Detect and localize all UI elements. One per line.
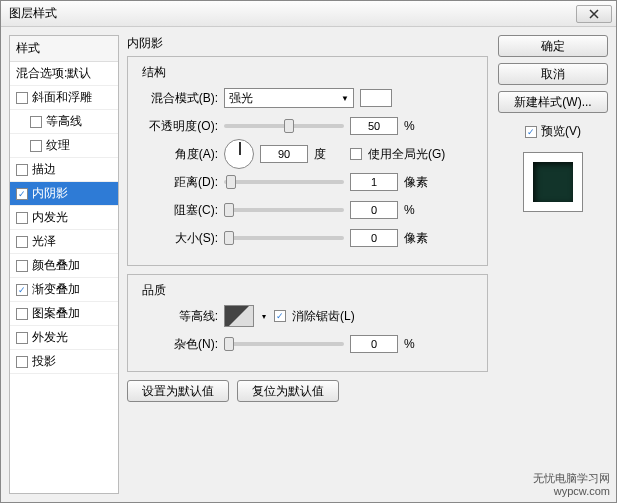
sidebar-checkbox[interactable] — [16, 332, 28, 344]
blend-mode-combo[interactable]: 强光 ▼ — [224, 88, 354, 108]
choke-input[interactable]: 0 — [350, 201, 398, 219]
color-swatch[interactable] — [360, 89, 392, 107]
make-default-button[interactable]: 设置为默认值 — [127, 380, 229, 402]
sidebar-item-6[interactable]: 光泽 — [10, 230, 118, 254]
quality-legend: 品质 — [138, 282, 170, 299]
sidebar-blend-defaults[interactable]: 混合选项:默认 — [10, 62, 118, 86]
structure-group: 结构 混合模式(B): 强光 ▼ 不透明度(O): 50 % — [127, 56, 488, 266]
sidebar-item-7[interactable]: 颜色叠加 — [10, 254, 118, 278]
sidebar-item-label: 光泽 — [32, 233, 56, 250]
sidebar-item-4[interactable]: 内阴影 — [10, 182, 118, 206]
close-button[interactable] — [576, 5, 612, 23]
sidebar-item-label: 外发光 — [32, 329, 68, 346]
settings-panel: 内阴影 结构 混合模式(B): 强光 ▼ 不透明度(O): — [127, 35, 488, 494]
angle-unit: 度 — [314, 146, 344, 163]
structure-legend: 结构 — [138, 64, 170, 81]
sidebar-item-2[interactable]: 纹理 — [10, 134, 118, 158]
sidebar-item-5[interactable]: 内发光 — [10, 206, 118, 230]
sidebar-checkbox[interactable] — [16, 284, 28, 296]
opacity-label: 不透明度(O): — [138, 118, 218, 135]
distance-input[interactable]: 1 — [350, 173, 398, 191]
window-title: 图层样式 — [5, 5, 576, 22]
sidebar-item-label: 投影 — [32, 353, 56, 370]
choke-label: 阻塞(C): — [138, 202, 218, 219]
sidebar-item-label: 斜面和浮雕 — [32, 89, 92, 106]
noise-slider[interactable] — [224, 342, 344, 346]
chevron-down-icon[interactable]: ▾ — [260, 312, 268, 321]
preview-checkbox[interactable] — [525, 126, 537, 138]
sidebar-item-label: 内发光 — [32, 209, 68, 226]
antialias-checkbox[interactable] — [274, 310, 286, 322]
panel-title: 内阴影 — [127, 35, 488, 52]
sidebar-item-label: 等高线 — [46, 113, 82, 130]
new-style-button[interactable]: 新建样式(W)... — [498, 91, 608, 113]
quality-group: 品质 等高线: ▾ 消除锯齿(L) 杂色(N): 0 % — [127, 274, 488, 372]
titlebar: 图层样式 — [1, 1, 616, 27]
chevron-down-icon: ▼ — [341, 94, 349, 103]
size-slider[interactable] — [224, 236, 344, 240]
sidebar-checkbox[interactable] — [16, 212, 28, 224]
ok-button[interactable]: 确定 — [498, 35, 608, 57]
opacity-unit: % — [404, 119, 434, 133]
sidebar-item-label: 描边 — [32, 161, 56, 178]
size-label: 大小(S): — [138, 230, 218, 247]
sidebar-header: 样式 — [10, 36, 118, 62]
styles-sidebar: 样式 混合选项:默认 斜面和浮雕等高线纹理描边内阴影内发光光泽颜色叠加渐变叠加图… — [9, 35, 119, 494]
reset-default-button[interactable]: 复位为默认值 — [237, 380, 339, 402]
noise-label: 杂色(N): — [138, 336, 218, 353]
distance-unit: 像素 — [404, 174, 434, 191]
sidebar-checkbox[interactable] — [16, 260, 28, 272]
watermark: 无忧电脑学习网 wypcw.com — [533, 472, 610, 498]
distance-slider[interactable] — [224, 180, 344, 184]
size-unit: 像素 — [404, 230, 434, 247]
sidebar-checkbox[interactable] — [30, 140, 42, 152]
cancel-button[interactable]: 取消 — [498, 63, 608, 85]
contour-label: 等高线: — [138, 308, 218, 325]
sidebar-checkbox[interactable] — [16, 188, 28, 200]
close-icon — [589, 9, 599, 19]
sidebar-checkbox[interactable] — [30, 116, 42, 128]
sidebar-item-11[interactable]: 投影 — [10, 350, 118, 374]
sidebar-item-label: 图案叠加 — [32, 305, 80, 322]
opacity-input[interactable]: 50 — [350, 117, 398, 135]
choke-unit: % — [404, 203, 434, 217]
sidebar-checkbox[interactable] — [16, 308, 28, 320]
sidebar-checkbox[interactable] — [16, 236, 28, 248]
sidebar-item-1[interactable]: 等高线 — [10, 110, 118, 134]
global-light-label: 使用全局光(G) — [368, 146, 445, 163]
sidebar-item-label: 颜色叠加 — [32, 257, 80, 274]
antialias-label: 消除锯齿(L) — [292, 308, 355, 325]
blend-mode-label: 混合模式(B): — [138, 90, 218, 107]
sidebar-checkbox[interactable] — [16, 164, 28, 176]
sidebar-item-10[interactable]: 外发光 — [10, 326, 118, 350]
preview-label: 预览(V) — [541, 123, 581, 140]
sidebar-item-3[interactable]: 描边 — [10, 158, 118, 182]
preview-swatch — [533, 162, 573, 202]
noise-input[interactable]: 0 — [350, 335, 398, 353]
angle-label: 角度(A): — [138, 146, 218, 163]
size-input[interactable]: 0 — [350, 229, 398, 247]
sidebar-checkbox[interactable] — [16, 92, 28, 104]
sidebar-item-label: 内阴影 — [32, 185, 68, 202]
distance-label: 距离(D): — [138, 174, 218, 191]
choke-slider[interactable] — [224, 208, 344, 212]
global-light-checkbox[interactable] — [350, 148, 362, 160]
contour-picker[interactable] — [224, 305, 254, 327]
layer-style-dialog: 图层样式 样式 混合选项:默认 斜面和浮雕等高线纹理描边内阴影内发光光泽颜色叠加… — [0, 0, 617, 503]
noise-unit: % — [404, 337, 434, 351]
preview-box — [523, 152, 583, 212]
sidebar-checkbox[interactable] — [16, 356, 28, 368]
sidebar-item-label: 渐变叠加 — [32, 281, 80, 298]
sidebar-item-label: 纹理 — [46, 137, 70, 154]
angle-input[interactable]: 90 — [260, 145, 308, 163]
angle-dial[interactable] — [224, 139, 254, 169]
sidebar-item-9[interactable]: 图案叠加 — [10, 302, 118, 326]
opacity-slider[interactable] — [224, 124, 344, 128]
right-column: 确定 取消 新建样式(W)... 预览(V) — [498, 35, 608, 494]
sidebar-item-0[interactable]: 斜面和浮雕 — [10, 86, 118, 110]
sidebar-item-8[interactable]: 渐变叠加 — [10, 278, 118, 302]
